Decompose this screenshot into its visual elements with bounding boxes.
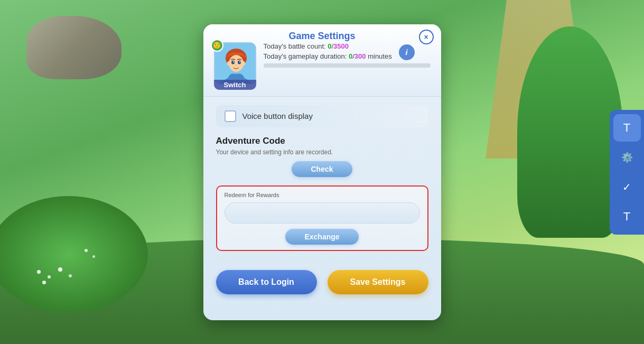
adventure-code-section: Adventure Code Your device and setting i… [216,136,428,177]
battle-total: 3500 [333,42,349,50]
voice-checkbox[interactable] [225,110,236,122]
avatar-container: 🙂 Switch [214,42,256,90]
close-button[interactable]: × [419,30,434,44]
check-button[interactable]: Check [292,161,352,177]
adventure-code-desc: Your device and setting info are recorde… [216,148,428,156]
duration-total: 300 [354,52,366,60]
dialog-title: Game Settings [288,31,355,42]
svg-point-6 [239,61,240,62]
svg-point-8 [227,61,230,66]
info-button[interactable]: i [399,44,415,60]
svg-point-9 [242,61,245,66]
avatar-badge: 🙂 [211,39,223,52]
game-settings-dialog: Game Settings [203,24,441,320]
voice-label: Voice button display [242,111,313,120]
adventure-code-title: Adventure Code [216,136,428,146]
dialog-body: Voice button display Adventure Code Your… [203,97,441,268]
svg-point-7 [235,64,237,66]
svg-point-5 [233,61,234,62]
svg-point-4 [238,60,241,64]
back-to-login-button[interactable]: Back to Login [216,270,317,294]
avatar-label: Switch [214,80,256,90]
battle-count-label: Today's battle count: [264,42,326,50]
save-settings-button[interactable]: Save Settings [328,270,428,294]
redeem-input[interactable] [225,202,420,224]
svg-point-2 [229,55,244,72]
dialog-header: Game Settings [203,24,441,97]
dialog-footer: Back to Login Save Settings [203,270,441,294]
dialog-overlay: Game Settings [0,0,644,344]
redeem-title: Redeem for Rewards [225,192,420,198]
exchange-button[interactable]: Exchange [285,229,358,245]
svg-point-3 [231,60,235,64]
duration-label: Today's gameplay duration: [264,52,347,60]
redeem-box: Redeem for Rewards Exchange [216,185,428,251]
duration-unit: minutes [368,52,392,60]
voice-row: Voice button display [216,105,428,127]
progress-bar [264,63,431,68]
